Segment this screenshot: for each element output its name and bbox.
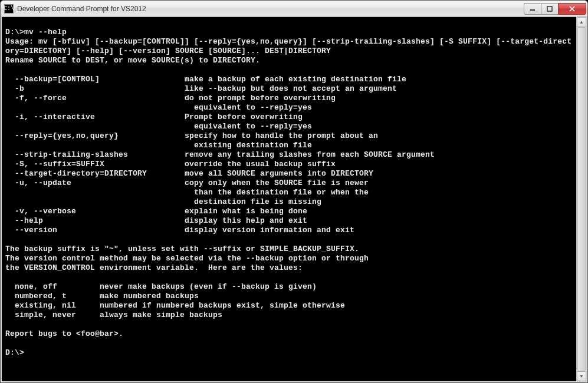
- command-prompt-window: C:\ Developer Command Prompt for VS2012 …: [0, 0, 588, 383]
- maximize-button[interactable]: [541, 3, 559, 15]
- terminal-client-area: D:\>mv --help Usage: mv [-bfiuv] [--back…: [1, 17, 587, 382]
- cmd-icon: C:\: [4, 4, 14, 14]
- scroll-track[interactable]: [577, 27, 586, 371]
- svg-rect-0: [530, 9, 535, 11]
- svg-rect-1: [547, 6, 552, 11]
- titlebar[interactable]: C:\ Developer Command Prompt for VS2012: [1, 1, 587, 17]
- terminal-output[interactable]: D:\>mv --help Usage: mv [-bfiuv] [--back…: [2, 17, 576, 381]
- window-title: Developer Command Prompt for VS2012: [17, 5, 524, 13]
- scroll-thumb[interactable]: [577, 27, 586, 371]
- scroll-down-arrow-icon[interactable]: ▼: [577, 371, 586, 381]
- close-button[interactable]: [558, 3, 586, 15]
- scroll-up-arrow-icon[interactable]: ▲: [577, 17, 586, 27]
- window-controls: [524, 3, 586, 15]
- vertical-scrollbar[interactable]: ▲ ▼: [576, 17, 586, 381]
- minimize-button[interactable]: [524, 3, 541, 15]
